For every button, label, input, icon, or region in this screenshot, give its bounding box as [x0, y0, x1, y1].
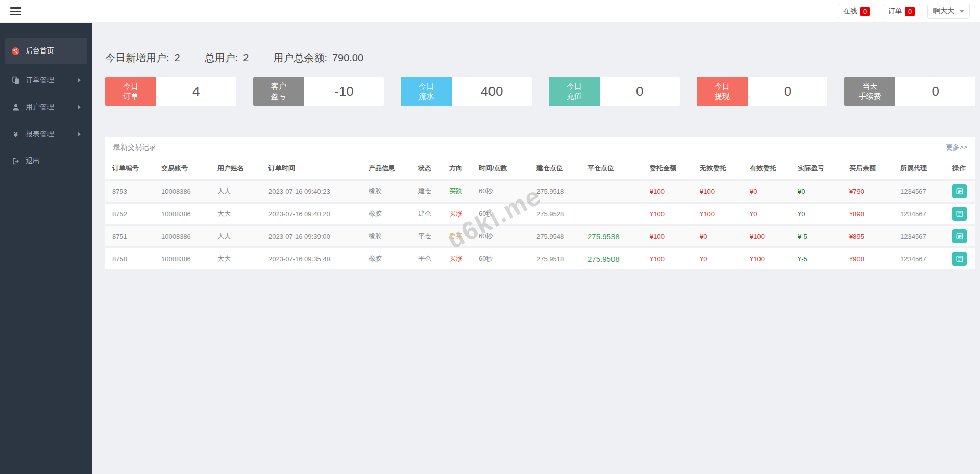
table-cell: 275.9528: [536, 210, 587, 218]
table-cell: 275.9518: [536, 188, 587, 195]
column-header: 无效委托: [700, 164, 750, 173]
column-header: 实际盈亏: [798, 164, 849, 173]
row-detail-button[interactable]: [952, 229, 967, 243]
top-bar: 在线 0 订单 0 啊大大: [0, 0, 980, 23]
table-cell: 1234567: [900, 255, 952, 263]
column-header: 状态: [418, 164, 449, 173]
card-value: -10: [304, 77, 384, 106]
card-label: 客户盈亏: [253, 77, 304, 106]
sidebar-item-label: 报表管理: [26, 130, 54, 139]
table-cell: ¥0: [700, 233, 750, 240]
table-row: 875310008386大大2023-07-16 09:40:23橡胶建仓买跌6…: [105, 181, 975, 202]
column-header: 方向: [449, 164, 479, 173]
table-cell: ¥100: [700, 210, 750, 218]
table-cell: 2023-07-16 09:35:48: [268, 255, 369, 263]
orders-label: 订单: [888, 7, 902, 16]
sidebar-item-label: 后台首页: [26, 46, 54, 56]
svg-text:¥: ¥: [14, 130, 18, 138]
card-value: 0: [748, 77, 828, 106]
orders-counter[interactable]: 订单 0: [883, 4, 920, 19]
table-cell: 橡胶: [369, 254, 418, 263]
column-header: 订单时间: [268, 164, 369, 173]
table-cell: ¥-5: [798, 233, 849, 240]
logout-icon: [11, 157, 20, 166]
detail-list-icon: [956, 188, 963, 195]
sidebar-item-label: 用户管理: [26, 103, 54, 112]
table-cell: 275.9548: [536, 233, 587, 240]
card-label: 今日提现: [697, 77, 748, 106]
table-cell: 8751: [112, 233, 161, 240]
table-header-row: 订单编号交易账号用户姓名订单时间产品信息状态方向时间/点数建仓点位平仓点位委托金…: [105, 158, 975, 179]
table-cell: 1234567: [900, 233, 952, 240]
card-today-withdrawal: 今日提现 0: [697, 77, 828, 106]
table-cell: 大大: [217, 209, 268, 218]
card-today-orders: 今日订单 4: [105, 77, 236, 106]
table-cell: ¥0: [750, 210, 798, 218]
table-cell: ¥890: [849, 210, 900, 218]
table-cell: 2023-07-16 09:39:00: [268, 233, 369, 240]
panel-header: 最新交易记录 更多>>: [105, 137, 975, 158]
column-header: 平仓点位: [587, 164, 650, 173]
table-cell: 10008386: [161, 210, 217, 218]
table-cell: 1234567: [900, 188, 952, 195]
table-cell: 平仓: [418, 232, 449, 241]
table-cell: 1234567: [900, 210, 952, 218]
sidebar-item-report-management[interactable]: ¥ 报表管理: [5, 123, 87, 145]
detail-list-icon: [956, 233, 963, 240]
table-cell: 10008386: [161, 233, 217, 240]
panel-title: 最新交易记录: [113, 143, 156, 152]
sidebar-item-order-management[interactable]: 订单管理: [5, 69, 87, 91]
card-label: 今日充值: [549, 77, 600, 106]
column-header: 建仓点位: [536, 164, 587, 173]
menu-toggle-icon[interactable]: [10, 7, 21, 15]
more-link[interactable]: 更多>>: [946, 143, 967, 152]
row-detail-button[interactable]: [952, 252, 967, 266]
sidebar-item-logout[interactable]: 退出: [5, 150, 87, 172]
sidebar-item-label: 退出: [26, 157, 40, 166]
card-today-turnover: 今日流水 400: [401, 77, 532, 106]
table-cell: 8750: [112, 255, 161, 263]
column-header: 用户姓名: [217, 164, 268, 173]
card-value: 0: [895, 77, 975, 106]
table-cell: 平仓: [418, 254, 449, 263]
table-cell: 60秒: [479, 254, 536, 263]
table-cell: 建仓: [418, 209, 449, 218]
table-cell: ¥0: [700, 255, 750, 263]
table-body: 875310008386大大2023-07-16 09:40:23橡胶建仓买跌6…: [105, 181, 975, 269]
table-cell: 大大: [217, 232, 268, 241]
sidebar-item-user-management[interactable]: 用户管理: [5, 96, 87, 118]
sidebar-item-label: 订单管理: [26, 76, 54, 85]
detail-list-icon: [956, 210, 963, 217]
table-cell: 买跌: [449, 187, 479, 196]
yen-icon: ¥: [11, 130, 20, 139]
table-cell: ¥790: [849, 188, 900, 195]
sidebar-item-home[interactable]: 后台首页: [5, 38, 87, 64]
user-menu[interactable]: 啊大大: [927, 4, 970, 19]
card-customer-pnl: 客户盈亏 -10: [253, 77, 384, 106]
table-cell: 10008386: [161, 255, 217, 263]
table-cell: ¥100: [650, 188, 700, 195]
table-cell: 275.9508: [587, 255, 650, 263]
row-detail-button[interactable]: [952, 184, 967, 198]
table-cell: 买涨: [449, 254, 479, 263]
sidebar: 后台首页 订单管理 用户管理: [0, 23, 92, 474]
table-cell: 10008386: [161, 188, 217, 195]
dashboard-icon: [11, 47, 20, 56]
user-name: 啊大大: [933, 7, 954, 16]
table-cell: 橡胶: [369, 209, 418, 218]
stat-label: 用户总余额:: [273, 51, 327, 65]
table-cell: ¥-5: [798, 255, 849, 263]
card-value: 4: [156, 77, 236, 106]
row-detail-button[interactable]: [952, 207, 967, 221]
stat-label: 今日新增用户:: [105, 51, 169, 65]
table-cell: 275.9518: [536, 255, 587, 263]
card-value: 400: [452, 77, 532, 106]
chevron-down-icon: [959, 10, 964, 13]
card-label: 今日流水: [401, 77, 452, 106]
stat-value: 790.00: [332, 52, 363, 64]
column-header: 订单编号: [112, 164, 161, 173]
table-cell: ¥0: [798, 188, 849, 195]
column-header: 操作: [952, 164, 968, 173]
table-cell: 60秒: [479, 209, 536, 218]
online-counter[interactable]: 在线 0: [838, 4, 875, 19]
